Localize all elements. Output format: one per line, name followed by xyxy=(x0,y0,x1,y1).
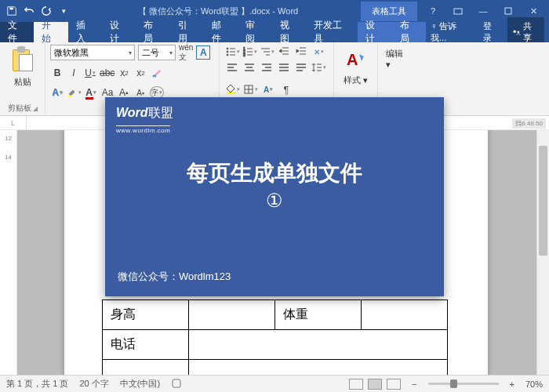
align-left-icon[interactable] xyxy=(224,60,240,74)
underline-button[interactable]: U xyxy=(83,66,97,80)
maximize-icon[interactable] xyxy=(497,3,519,19)
vertical-scrollbar[interactable] xyxy=(536,130,549,375)
svg-point-11 xyxy=(227,54,228,56)
clear-format-icon[interactable] xyxy=(150,66,164,80)
strikethrough-button[interactable]: abc xyxy=(100,66,115,80)
bold-button[interactable]: B xyxy=(50,66,64,80)
table-cell[interactable]: 身高 xyxy=(103,300,189,330)
save-icon[interactable] xyxy=(6,5,17,16)
table-cell[interactable] xyxy=(189,300,275,330)
table-cell[interactable]: 电话 xyxy=(103,330,189,360)
view-print-icon[interactable] xyxy=(368,379,382,390)
font-color-button[interactable]: A xyxy=(84,85,98,100)
paste-button[interactable]: 粘贴 xyxy=(5,45,40,89)
tab-mailings[interactable]: 邮件 xyxy=(204,22,238,42)
table-row xyxy=(103,360,448,376)
font-name-combo[interactable]: 微软雅黑 xyxy=(50,45,135,60)
tab-review[interactable]: 审阅 xyxy=(238,22,271,42)
view-read-icon[interactable] xyxy=(349,379,363,390)
superscript-button[interactable]: x2 xyxy=(133,66,147,80)
text-effects-button[interactable]: A xyxy=(50,85,64,100)
status-words[interactable]: 20 个字 xyxy=(79,378,108,390)
group-clipboard-label: 剪贴板 xyxy=(8,103,31,114)
minimize-icon[interactable]: — xyxy=(472,3,494,19)
table-cell[interactable] xyxy=(189,330,448,360)
view-web-icon[interactable] xyxy=(387,379,401,390)
tab-developer[interactable]: 开发工具 xyxy=(306,22,358,42)
edit-button[interactable]: 编辑▾ xyxy=(383,45,409,73)
tab-table-design[interactable]: 设计 xyxy=(358,22,391,42)
status-record-icon[interactable] xyxy=(171,378,182,390)
subscript-button[interactable]: x2 xyxy=(117,66,131,80)
svg-point-9 xyxy=(227,51,228,53)
zoom-level[interactable]: 70% xyxy=(525,379,543,389)
status-language[interactable]: 中文(中国) xyxy=(120,378,160,390)
splash-overlay: Word联盟 www.wordlm.com 每页生成单独文件 ① 微信公众号：W… xyxy=(105,97,444,296)
tab-layout[interactable]: 布局 xyxy=(136,22,169,42)
overlay-logo: Word联盟 www.wordlm.com xyxy=(116,105,173,136)
svg-point-7 xyxy=(227,48,228,49)
table-cell[interactable]: 体重 xyxy=(275,300,362,330)
svg-rect-1 xyxy=(454,9,462,14)
table-cell[interactable] xyxy=(189,360,448,376)
italic-button[interactable]: I xyxy=(67,66,81,80)
clipboard-launcher-icon[interactable]: ◢ xyxy=(33,105,38,112)
vertical-ruler[interactable]: 12 14 xyxy=(0,130,17,375)
tab-insert[interactable]: 插入 xyxy=(68,22,102,42)
asian-layout-icon[interactable]: ✕ xyxy=(311,45,326,59)
tab-design[interactable]: 设计 xyxy=(102,22,136,42)
show-marks-icon[interactable]: ¶ xyxy=(278,82,294,96)
shading-icon[interactable] xyxy=(224,82,240,96)
font-size-combo[interactable]: 二号 xyxy=(138,45,176,60)
distribute-icon[interactable] xyxy=(293,60,309,74)
increase-indent-icon[interactable] xyxy=(293,45,309,59)
table-cell[interactable] xyxy=(103,360,189,376)
line-spacing-icon[interactable] xyxy=(311,60,326,74)
zoom-slider[interactable] xyxy=(428,383,499,385)
overlay-title: 每页生成单独文件 xyxy=(105,158,444,188)
decrease-indent-icon[interactable] xyxy=(276,45,292,59)
numbering-icon[interactable]: 123 xyxy=(242,45,257,59)
tab-table-layout[interactable]: 布局 xyxy=(392,22,426,42)
scrollbar-thumb[interactable] xyxy=(539,146,547,256)
table-cell[interactable] xyxy=(362,300,448,330)
qat-more-icon[interactable]: ▾ xyxy=(58,5,69,16)
close-icon[interactable]: ✕ xyxy=(522,3,544,19)
zoom-in-button[interactable]: + xyxy=(510,379,514,389)
context-tab-label: 表格工具 xyxy=(361,2,417,21)
redo-icon[interactable] xyxy=(41,5,52,16)
align-right-icon[interactable] xyxy=(259,60,274,74)
borders-icon[interactable] xyxy=(242,82,258,96)
svg-point-4 xyxy=(518,31,520,33)
highlight-button[interactable] xyxy=(67,85,82,100)
undo-icon[interactable] xyxy=(24,5,35,16)
ribbon-collapse-icon[interactable] xyxy=(447,3,469,19)
window-title: 【 微信公众号：Word联盟 】.docx - Word xyxy=(75,5,361,17)
align-center-icon[interactable] xyxy=(242,60,257,74)
bullets-icon[interactable] xyxy=(224,45,240,59)
svg-rect-6 xyxy=(68,96,72,97)
char-border-icon[interactable]: A xyxy=(196,45,210,60)
svg-rect-5 xyxy=(153,75,156,78)
tab-file[interactable]: 文件 xyxy=(0,22,34,42)
phonetic-guide-icon[interactable]: wén文 xyxy=(179,45,193,60)
window-help-icon[interactable]: ? xyxy=(422,3,444,19)
svg-point-3 xyxy=(514,30,516,32)
document-table[interactable]: 身高体重 电话 xyxy=(102,299,448,375)
table-row: 电话 xyxy=(103,330,448,360)
ruler-corner[interactable]: L xyxy=(0,116,27,129)
svg-rect-46 xyxy=(227,93,235,94)
tab-home[interactable]: 开始 xyxy=(34,22,67,42)
justify-icon[interactable] xyxy=(276,60,292,74)
svg-text:A: A xyxy=(347,51,358,68)
multilevel-icon[interactable] xyxy=(259,45,274,59)
svg-rect-51 xyxy=(173,379,180,387)
svg-rect-2 xyxy=(505,8,511,14)
tab-view[interactable]: 视图 xyxy=(272,22,306,42)
styles-button[interactable]: A 样式 ▾ xyxy=(339,45,373,89)
tab-references[interactable]: 引用 xyxy=(170,22,204,42)
zoom-out-button[interactable]: − xyxy=(412,379,416,389)
status-page[interactable]: 第 1 页，共 1 页 xyxy=(6,378,68,390)
sort-icon[interactable]: A xyxy=(260,82,276,96)
clipboard-icon xyxy=(11,46,35,74)
